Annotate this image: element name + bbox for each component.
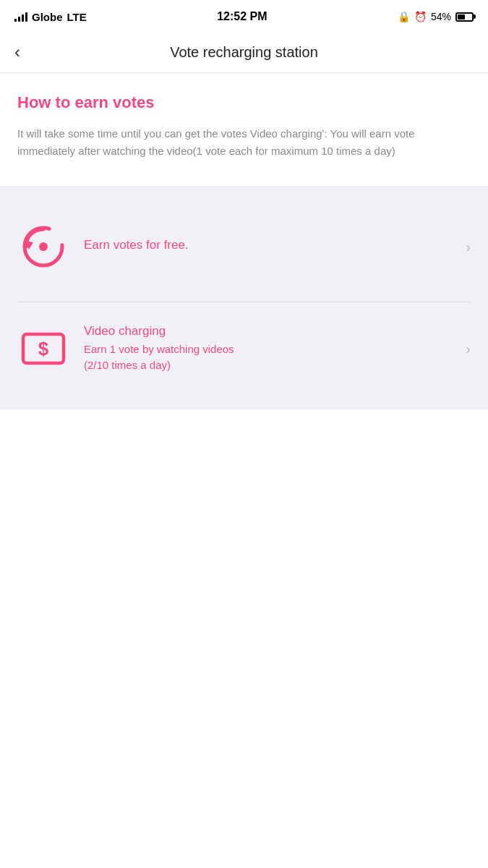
refresh-icon [19,222,68,271]
lock-icon: 🔒 [398,11,410,22]
free-votes-icon-wrap [17,221,69,273]
carrier-label: Globe [32,11,63,23]
status-bar: Globe LTE 12:52 PM 🔒 ⏰ 54% [0,0,488,32]
status-time: 12:52 PM [217,10,267,23]
network-label: LTE [67,11,87,23]
battery-percent: 54% [431,11,451,22]
free-votes-label: Earn votes for free. [84,238,451,252]
free-votes-chevron: › [466,239,471,255]
main-content: How to earn votes It will take some time… [0,73,488,160]
video-charging-label: Video charging [84,324,451,339]
video-charging-card[interactable]: $ Video charging Earn 1 vote by watching… [0,302,488,395]
status-right: 🔒 ⏰ 54% [398,11,474,22]
dollar-screen-icon: $ [19,324,68,373]
section-title: How to earn votes [17,93,471,112]
signal-bars-icon [14,12,27,22]
description-text: It will take some time until you can get… [17,125,471,160]
battery-icon [455,12,474,22]
free-votes-card[interactable]: Earn votes for free. › [0,200,488,293]
video-charging-chevron: › [466,341,471,357]
cards-section: Earn votes for free. › $ Video charging … [0,186,488,409]
video-charging-icon-wrap: $ [17,323,69,375]
free-votes-text: Earn votes for free. [84,238,451,255]
svg-point-2 [39,242,48,251]
page-title: Vote recharging station [170,44,318,61]
svg-text:$: $ [38,338,49,359]
video-charging-sublabel: Earn 1 vote by watching videos(2/10 time… [84,341,451,374]
video-charging-text: Video charging Earn 1 vote by watching v… [84,324,451,374]
alarm-icon: ⏰ [414,11,427,22]
status-left: Globe LTE [14,11,87,23]
back-button[interactable]: ‹ [14,41,26,64]
nav-bar: ‹ Vote recharging station [0,32,488,73]
